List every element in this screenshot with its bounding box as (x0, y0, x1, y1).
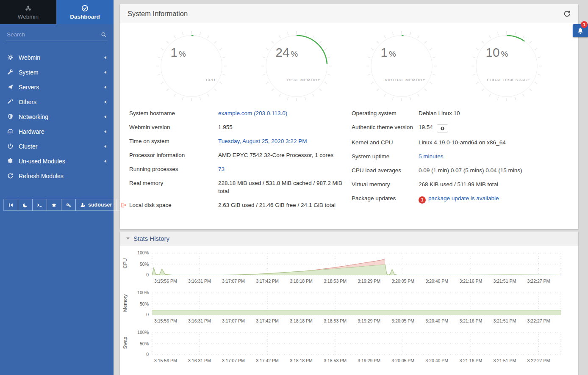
system-info-right-column: Operating systemDebian Linux 10Authentic… (352, 106, 569, 212)
svg-text:3:18:18 PM: 3:18:18 PM (290, 358, 313, 363)
favorites-button[interactable] (47, 199, 61, 211)
power-icon (7, 143, 19, 149)
sidebar-item-others[interactable]: Others (0, 94, 114, 109)
info-value-link[interactable]: package update is available (428, 195, 499, 201)
collapse-sidebar-button[interactable] (3, 199, 18, 211)
info-value-link[interactable]: example.com (203.0.113.0) (218, 110, 287, 116)
search-input[interactable] (7, 31, 101, 38)
logout-button[interactable] (116, 199, 131, 211)
sidebar-item-cluster[interactable]: Cluster (0, 139, 114, 154)
svg-text:CPU: CPU (206, 77, 215, 82)
chevron-left-icon (104, 115, 106, 119)
info-value: 19.54 (419, 124, 433, 130)
tab-webmin[interactable]: Webmin (0, 0, 56, 24)
svg-text:3:20:40 PM: 3:20:40 PM (425, 278, 448, 284)
svg-text:0: 0 (146, 272, 149, 277)
sidebar-item-label: Un-used Modules (19, 158, 65, 165)
info-row-system-hostname: System hostnameexample.com (203.0.113.0) (129, 106, 352, 120)
svg-text:VIRTUAL MEMORY: VIRTUAL MEMORY (385, 77, 425, 82)
sidebar-item-servers[interactable]: Servers (0, 80, 114, 94)
info-row-kernel-and-cpu: Kernel and CPULinux 4.19.0-10-amd64 on x… (352, 135, 569, 149)
svg-text:50%: 50% (140, 301, 149, 306)
svg-text:100%: 100% (137, 250, 149, 255)
svg-text:LOCAL DISK SPACE: LOCAL DISK SPACE (487, 77, 531, 82)
svg-text:3:17:07 PM: 3:17:07 PM (222, 358, 245, 363)
svg-text:3:19:29 PM: 3:19:29 PM (358, 278, 380, 284)
sidebar-item-hardware[interactable]: Hardware (0, 124, 114, 139)
gauge-virtual-memory: 1%VIRTUAL MEMORY (363, 28, 440, 105)
sidebar-item-networking[interactable]: Networking (0, 109, 114, 124)
user-icon (80, 202, 86, 208)
chart-axis-label: Memory (120, 290, 130, 317)
svg-text:3:18:18 PM: 3:18:18 PM (290, 318, 313, 323)
sidebar-item-label: Others (19, 99, 36, 105)
info-value-link[interactable]: 5 minutes (419, 153, 444, 160)
chart-swap: 100%50%03:15:56 PM3:16:31 PM3:17:07 PM3:… (130, 329, 571, 367)
info-value: 2.63 GiB used / 21.46 GiB free / 24.1 Gi… (218, 202, 336, 208)
terminal-button[interactable] (32, 199, 47, 211)
webmin-logo-icon (25, 5, 32, 12)
hdd-icon (7, 128, 19, 135)
notifications-button[interactable]: 1 (573, 24, 588, 37)
refresh-icon (7, 173, 19, 179)
svg-text:3:18:53 PM: 3:18:53 PM (324, 278, 347, 284)
sidebar-item-un-used-modules[interactable]: Un-used Modules (0, 154, 114, 168)
notifications-count-badge: 1 (581, 21, 588, 28)
sidebar-item-label: Servers (19, 84, 39, 91)
info-label: Virtual memory (352, 180, 419, 188)
svg-text:3:21:16 PM: 3:21:16 PM (459, 318, 482, 323)
info-icon (440, 126, 445, 131)
tab-dashboard[interactable]: Dashboard (56, 0, 114, 24)
sidebar-item-refresh-modules[interactable]: Refresh Modules (0, 168, 114, 183)
chart-memory: 100%50%03:15:56 PM3:16:31 PM3:17:07 PM3:… (130, 290, 571, 327)
chart-cpu: 100%50%03:15:56 PM3:16:31 PM3:17:07 PM3:… (130, 250, 571, 287)
info-label: Time on system (129, 137, 218, 145)
info-row-cpu-load-averages: CPU load averages0.09 (1 min) 0.07 (5 mi… (352, 163, 569, 177)
svg-text:3:20:05 PM: 3:20:05 PM (391, 358, 414, 363)
info-row-local-disk-space: Local disk space2.63 GiB used / 21.46 Gi… (129, 198, 352, 212)
svg-text:3:15:56 PM: 3:15:56 PM (154, 358, 177, 363)
svg-text:3:18:53 PM: 3:18:53 PM (324, 358, 347, 363)
gear-icon (7, 54, 19, 61)
svg-text:100%: 100% (137, 290, 149, 295)
svg-text:50%: 50% (140, 262, 149, 267)
info-value: 268 KiB used / 511.99 MiB total (419, 181, 498, 188)
refresh-button[interactable] (563, 10, 571, 17)
info-value-link[interactable]: Tuesday, August 25, 2020 3:22 PM (218, 138, 307, 144)
shield-icon (7, 113, 19, 120)
chevron-left-icon (104, 145, 106, 148)
chevron-left-icon (104, 100, 106, 104)
night-mode-button[interactable] (18, 199, 33, 211)
info-label: CPU load averages (352, 166, 419, 174)
info-value: 228.18 MiB used / 531.8 MiB cached / 987… (218, 180, 342, 194)
svg-text:3:19:29 PM: 3:19:29 PM (358, 318, 380, 323)
svg-text:3:16:31 PM: 3:16:31 PM (188, 318, 211, 323)
info-row-processor-information: Processor informationAMD EPYC 7542 32-Co… (129, 148, 352, 162)
svg-text:3:18:18 PM: 3:18:18 PM (290, 278, 313, 284)
svg-text:3:22:27 PM: 3:22:27 PM (527, 358, 550, 363)
info-value-link[interactable]: 73 (218, 166, 225, 172)
svg-text:3:21:16 PM: 3:21:16 PM (459, 278, 482, 284)
theme-config-button[interactable] (61, 199, 76, 211)
sidebar-item-system[interactable]: System (0, 65, 114, 80)
svg-text:3:17:42 PM: 3:17:42 PM (256, 318, 279, 323)
svg-text:REAL MEMORY: REAL MEMORY (287, 77, 321, 82)
svg-text:3:20:05 PM: 3:20:05 PM (391, 278, 414, 284)
info-label: Operating system (352, 109, 419, 117)
svg-text:3:21:16 PM: 3:21:16 PM (459, 358, 482, 363)
theme-info-button[interactable] (437, 124, 448, 132)
svg-text:3:22:27 PM: 3:22:27 PM (527, 318, 550, 323)
puzzle-icon (7, 158, 19, 164)
svg-text:3:21:51 PM: 3:21:51 PM (493, 278, 516, 284)
sidebar-item-label: Cluster (19, 143, 37, 150)
chart-row-swap: Swap100%50%03:15:56 PM3:16:31 PM3:17:07 … (120, 329, 578, 369)
info-label: Real memory (129, 179, 218, 195)
sidebar-item-webmin[interactable]: Webmin (0, 50, 114, 65)
info-label: Package updates (352, 194, 419, 204)
info-label: Local disk space (129, 201, 218, 209)
user-menu-button[interactable]: sudouser (75, 199, 116, 211)
info-label: Webmin version (129, 123, 218, 131)
info-value: 1.955 (218, 124, 233, 130)
sidebar-tabs: Webmin Dashboard (0, 0, 114, 24)
stats-history-header[interactable]: Stats History (120, 232, 578, 245)
